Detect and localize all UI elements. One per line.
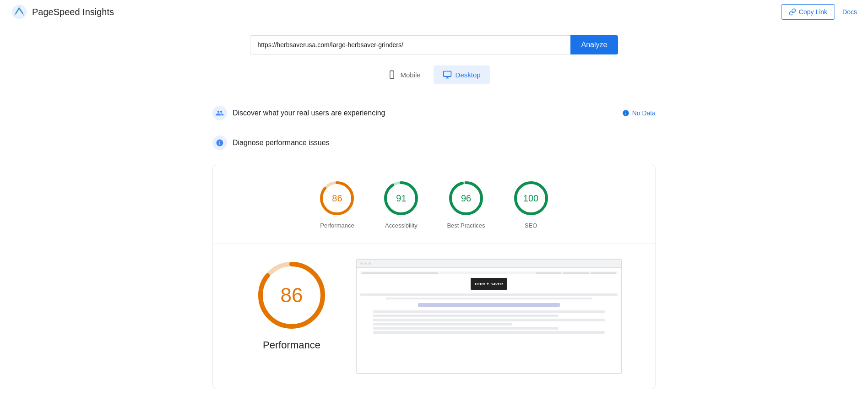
- seo-circle: 100: [513, 180, 549, 217]
- performance-label: Performance: [320, 222, 354, 229]
- accessibility-circle: 91: [383, 180, 419, 217]
- screenshot-logo: HERB ✦ SAVER: [471, 278, 507, 290]
- copy-link-button[interactable]: Copy Link: [781, 4, 835, 20]
- real-users-section: Discover what your real users are experi…: [212, 98, 656, 128]
- tab-desktop[interactable]: Desktop: [434, 65, 490, 84]
- best-practices-circle: 96: [448, 180, 484, 217]
- website-screenshot: HERB ✦ SAVER: [356, 259, 622, 374]
- seo-value: 100: [523, 193, 538, 204]
- copy-link-label: Copy Link: [799, 8, 827, 16]
- best-practices-label: Best Practices: [447, 222, 485, 229]
- mobile-icon: [387, 70, 396, 79]
- score-best-practices: 96 Best Practices: [447, 180, 485, 229]
- app-header: PageSpeed Insights Copy Link Docs: [0, 0, 868, 24]
- info-icon: [622, 109, 629, 117]
- bottom-section: 86 Performance: [228, 259, 640, 374]
- analyze-button[interactable]: Analyze: [570, 35, 618, 54]
- app-title: PageSpeed Insights: [32, 7, 114, 17]
- chrome-dot-2: [364, 262, 367, 265]
- logo-area: PageSpeed Insights: [11, 4, 114, 20]
- score-accessibility: 91 Accessibility: [383, 180, 419, 229]
- screenshot-content: HERB ✦ SAVER: [357, 268, 621, 373]
- scores-divider: [213, 244, 655, 244]
- chrome-dot-3: [369, 262, 371, 265]
- tab-mobile[interactable]: Mobile: [378, 65, 429, 84]
- diagnose-section: Diagnose performance issues: [212, 128, 656, 157]
- best-practices-value: 96: [461, 193, 471, 204]
- real-users-icon: [212, 106, 227, 120]
- link-icon: [789, 8, 796, 16]
- diagnose-icon: [212, 136, 227, 150]
- desktop-icon: [443, 70, 452, 79]
- big-performance-value: 86: [281, 284, 303, 307]
- scores-row: 86 Performance 91 Accessibility: [228, 180, 640, 229]
- url-input[interactable]: [250, 35, 570, 54]
- accessibility-label: Accessibility: [385, 222, 418, 229]
- screenshot-text-content: [373, 310, 605, 334]
- screenshot-page-title: [418, 303, 559, 307]
- url-bar-section: Analyze: [212, 35, 656, 54]
- big-performance-label: Performance: [263, 339, 320, 351]
- accessibility-value: 91: [396, 193, 406, 204]
- main-content: Analyze Mobile Desktop Discover w: [205, 24, 663, 400]
- device-tabs: Mobile Desktop: [212, 65, 656, 84]
- score-performance: 86 Performance: [319, 180, 355, 229]
- performance-circle: 86: [319, 180, 355, 217]
- score-seo: 100 SEO: [513, 180, 549, 229]
- no-data-indicator: No Data: [622, 109, 656, 117]
- performance-value: 86: [332, 193, 342, 204]
- screenshot-nav: [360, 293, 618, 296]
- screenshot-browser-chrome: [357, 260, 621, 268]
- real-users-title: Discover what your real users are experi…: [233, 109, 617, 117]
- big-performance-circle: 86: [255, 259, 328, 332]
- header-actions: Copy Link Docs: [781, 4, 857, 20]
- scores-card: 86 Performance 91 Accessibility: [212, 165, 656, 389]
- screenshot-top-nav: [360, 271, 618, 274]
- big-score-area: 86 Performance: [246, 259, 337, 351]
- chrome-dot-1: [360, 262, 363, 265]
- svg-point-0: [12, 5, 27, 19]
- docs-link[interactable]: Docs: [842, 8, 857, 16]
- diagnose-title: Diagnose performance issues: [233, 139, 656, 147]
- screenshot-subnav: [386, 298, 592, 299]
- pagespeed-logo-icon: [11, 4, 27, 20]
- no-data-label: No Data: [632, 109, 656, 117]
- seo-label: SEO: [525, 222, 537, 229]
- screenshot-area: HERB ✦ SAVER: [356, 259, 622, 374]
- svg-rect-3: [443, 71, 451, 77]
